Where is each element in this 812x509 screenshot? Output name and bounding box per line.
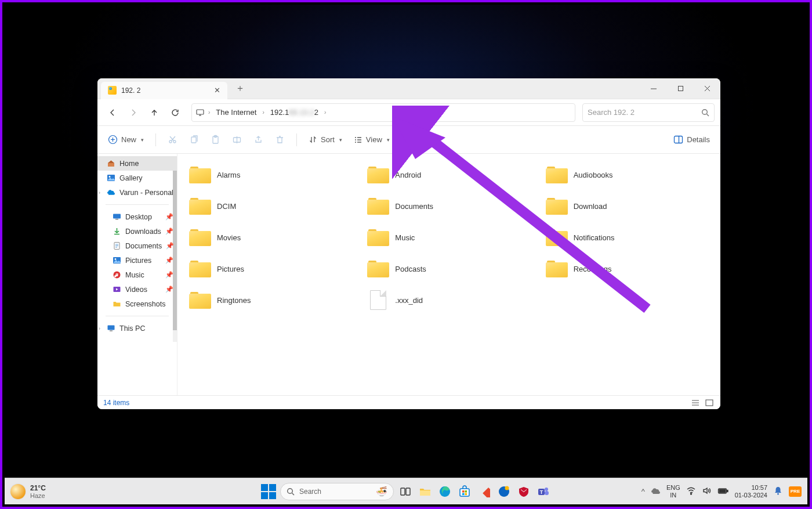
folder-item[interactable]: Movies: [184, 222, 357, 252]
close-window-button[interactable]: [694, 78, 720, 99]
folder-item[interactable]: Music: [362, 222, 535, 252]
chevron-right-icon[interactable]: ›: [261, 109, 265, 115]
breadcrumb-internet[interactable]: The Internet: [213, 108, 259, 117]
back-button[interactable]: [103, 103, 122, 122]
folder-item[interactable]: Podcasts: [362, 254, 535, 284]
home-icon: [107, 159, 115, 168]
taskbar-center: Search 🍜 T: [260, 483, 552, 500]
app-button-2[interactable]: [496, 483, 512, 500]
folder-item[interactable]: Download: [541, 191, 713, 221]
sidebar-item-desktop[interactable]: Desktop 📌: [97, 210, 177, 224]
new-tab-button[interactable]: ＋: [235, 82, 245, 95]
folder-label: Audiobooks: [574, 171, 613, 179]
pin-icon[interactable]: 📌: [165, 228, 173, 235]
chevron-right-icon[interactable]: ›: [207, 109, 211, 115]
sidebar-item-pictures[interactable]: Pictures 📌: [97, 253, 177, 268]
sidebar-item-documents[interactable]: Documents 📌: [97, 239, 177, 253]
taskbar-search[interactable]: Search 🍜: [280, 483, 394, 500]
file-item[interactable]: .xxx_did: [362, 285, 535, 315]
view-button[interactable]: View▾: [350, 133, 393, 146]
address-bar[interactable]: › The Internet › 192.168.10.22 ›: [191, 103, 575, 122]
details-pane-icon: [673, 135, 683, 144]
folder-item[interactable]: Alarms: [184, 160, 357, 190]
tray-battery-icon[interactable]: [717, 487, 729, 496]
sidebar-label: Gallery: [119, 174, 143, 182]
folder-item[interactable]: Documents: [362, 191, 535, 221]
tray-lang-2[interactable]: IN: [666, 492, 680, 499]
tray-volume-icon[interactable]: [702, 486, 712, 497]
folder-item[interactable]: Notifications: [541, 222, 713, 252]
chevron-right-icon[interactable]: ›: [99, 326, 100, 331]
window-tab[interactable]: 192. 2 ✕: [101, 82, 227, 99]
tray-overflow[interactable]: ^: [641, 487, 645, 496]
close-tab-icon[interactable]: ✕: [214, 86, 220, 95]
pin-icon[interactable]: 📌: [165, 286, 173, 293]
tray-date: 01-03-2024: [735, 492, 767, 499]
folder-item[interactable]: Pictures: [184, 254, 357, 284]
thumbnail-view-toggle[interactable]: [704, 398, 715, 407]
up-button[interactable]: [145, 103, 164, 122]
sidebar-item-thispc[interactable]: › This PC: [97, 321, 177, 335]
view-label: View: [366, 135, 382, 144]
sidebar-label: This PC: [119, 324, 145, 333]
pin-icon[interactable]: 📌: [165, 271, 173, 279]
chevron-right-icon[interactable]: ›: [99, 190, 100, 196]
edge-button[interactable]: [437, 483, 453, 500]
search-box[interactable]: Search 192. 2: [582, 103, 715, 122]
maximize-button[interactable]: [667, 78, 694, 99]
rename-button[interactable]: [229, 132, 245, 147]
svg-point-51: [777, 493, 779, 495]
sidebar-item-videos[interactable]: Videos 📌: [97, 282, 177, 297]
new-button[interactable]: New▾: [104, 132, 147, 147]
tray-onedrive-icon[interactable]: [651, 486, 661, 497]
pin-icon[interactable]: 📌: [165, 257, 173, 264]
store-button[interactable]: [456, 483, 473, 500]
folder-item[interactable]: DCIM: [184, 191, 357, 221]
delete-button[interactable]: [271, 132, 288, 147]
details-pane-button[interactable]: Details: [670, 133, 713, 146]
start-button[interactable]: [260, 483, 277, 500]
plus-circle-icon: [108, 135, 118, 145]
sidebar-item-onedrive[interactable]: › Varun - Personal: [97, 185, 177, 200]
sidebar-item-home[interactable]: Home: [97, 156, 177, 171]
tray-app-badge[interactable]: PRE: [789, 486, 802, 497]
teams-button[interactable]: T: [535, 483, 552, 500]
details-view-toggle[interactable]: [690, 398, 701, 407]
tab-title: 192. 2: [121, 86, 140, 95]
tray-wifi-icon[interactable]: [686, 486, 696, 497]
sort-icon: [309, 135, 317, 144]
sidebar-label: Videos: [125, 286, 147, 294]
taskbar-weather[interactable]: 21°C Haze: [10, 484, 46, 499]
pin-icon[interactable]: 📌: [166, 242, 174, 250]
copy-button[interactable]: [186, 132, 202, 147]
share-button[interactable]: [250, 132, 267, 147]
folder-item[interactable]: Audiobooks: [541, 160, 713, 190]
sort-button[interactable]: Sort▾: [305, 133, 346, 146]
file-icon: [370, 290, 386, 310]
task-view-button[interactable]: [397, 483, 414, 500]
cut-button[interactable]: [164, 132, 181, 147]
file-explorer-button[interactable]: [417, 483, 433, 500]
folder-item[interactable]: Android: [362, 160, 535, 190]
tray-lang-1[interactable]: ENG: [666, 484, 680, 491]
folder-item[interactable]: Recordings: [541, 254, 713, 284]
sidebar-item-gallery[interactable]: Gallery: [97, 171, 177, 185]
breadcrumb-host[interactable]: 192.168.10.22: [268, 108, 321, 117]
files-area[interactable]: Alarms Android Audiobooks DCIM Documents…: [177, 154, 720, 395]
taskbar-search-label: Search: [299, 488, 321, 496]
refresh-button[interactable]: [166, 103, 184, 122]
sidebar-item-screenshots[interactable]: Screenshots: [97, 297, 177, 311]
folder-icon: [189, 165, 211, 184]
folder-item[interactable]: Ringtones: [184, 285, 357, 315]
paste-button[interactable]: [207, 132, 224, 147]
forward-button[interactable]: [124, 103, 143, 122]
chevron-right-icon[interactable]: ›: [323, 109, 327, 115]
sidebar-item-downloads[interactable]: Downloads 📌: [97, 224, 177, 239]
sidebar-item-music[interactable]: Music 📌: [97, 268, 177, 282]
tray-clock[interactable]: 10:57 01-03-2024: [735, 484, 767, 499]
app-button-1[interactable]: [476, 483, 492, 500]
tray-notifications-icon[interactable]: [773, 486, 783, 497]
pin-icon[interactable]: 📌: [165, 213, 173, 221]
mcafee-button[interactable]: [516, 483, 532, 500]
minimize-button[interactable]: [640, 78, 667, 99]
